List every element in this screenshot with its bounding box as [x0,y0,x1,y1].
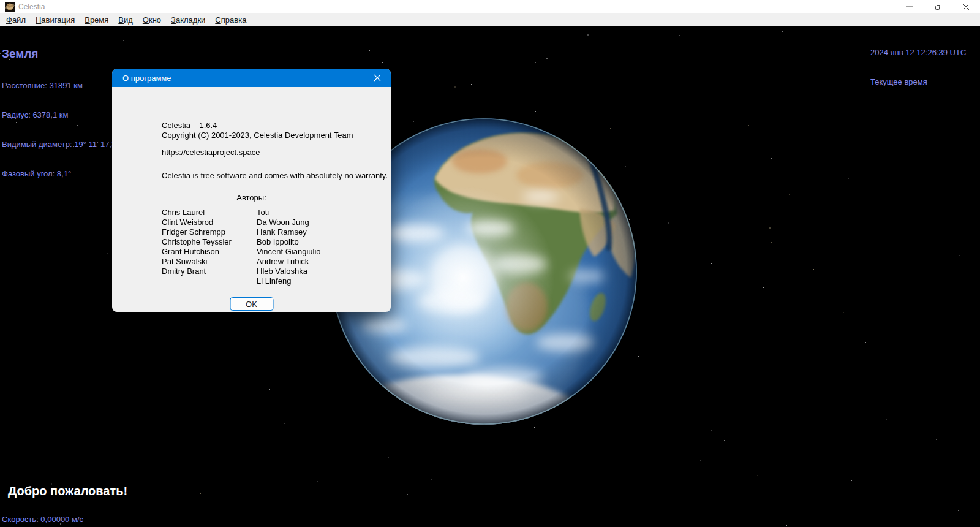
author-name: Toti [257,208,321,218]
speed-readout: Скорость: 0,00000 м/с [2,515,83,525]
menu-window[interactable]: Окно [138,14,166,26]
window-restore-icon [935,4,941,10]
ok-button[interactable]: OK [230,297,273,311]
time-mode: Текущее время [870,77,966,87]
author-name: Fridger Schrempp [162,227,257,237]
author-name: Grant Hutchison [162,247,257,257]
authors-label: Авторы: [112,193,391,203]
author-name: Vincent Giangiulio [257,247,321,257]
maximize-button[interactable] [924,0,952,13]
menu-help[interactable]: Справка [210,14,251,26]
author-name: Li Linfeng [257,276,321,286]
about-dialog-title: О программе [123,74,172,83]
about-dialog: О программе Celestia 1.6.4 Copyright (C)… [112,69,391,312]
author-name: Hank Ramsey [257,227,321,237]
authors-list: Chris Laurel Clint Weisbrod Fridger Schr… [162,208,321,286]
time-info: 2024 янв 12 12:26:39 UTC Текущее время [870,28,966,107]
close-x-icon [374,74,381,82]
author-name: Andrew Tribick [257,257,321,267]
selection-apparent-diameter: Видимый диаметр: 19° 11' 17,3" [2,140,119,150]
author-name: Chris Laurel [162,208,257,218]
author-name: Hleb Valoshka [257,267,321,276]
selection-info: Земля Расстояние: 31891 км Радиус: 6378,… [2,28,119,199]
authors-column-1: Chris Laurel Clint Weisbrod Fridger Schr… [162,208,257,286]
author-name: Clint Weisbrod [162,218,257,227]
project-url: https://celestiaproject.space [162,148,260,157]
menu-time[interactable]: Время [80,14,113,26]
about-dialog-body: Celestia 1.6.4 Copyright (C) 2001-2023, … [112,87,391,312]
selection-phase-angle: Фазовый угол: 8,1° [2,169,119,179]
menu-navigation[interactable]: Навигация [31,14,80,26]
menu-view[interactable]: Вид [113,14,138,26]
selection-radius: Радиус: 6378,1 км [2,110,119,120]
celestia-window: Celestia Файл Навигация Время Вид Окно З… [0,0,980,527]
current-datetime: 2024 янв 12 12:26:39 UTC [870,48,966,58]
copyright-line: Copyright (C) 2001-2023, Celestia Develo… [162,131,353,140]
app-version-line: Celestia 1.6.4 [162,121,353,131]
menu-file[interactable]: Файл [1,14,31,26]
close-button[interactable] [952,0,980,13]
window-controls [895,0,980,13]
selection-distance: Расстояние: 31891 км [2,81,119,91]
author-name: Dmitry Brant [162,267,257,276]
observer-info: Наблюдение Земля FOV: 30° 14' 28,0" (1,0… [887,508,980,527]
app-version-block: Celestia 1.6.4 Copyright (C) 2001-2023, … [162,121,353,140]
authors-column-2: Toti Da Woon Jung Hank Ramsey Bob Ippoli… [257,208,321,286]
author-name: Pat Suwalski [162,257,257,267]
os-titlebar[interactable]: Celestia [0,0,980,13]
selection-name: Земля [2,47,119,60]
author-name: Christophe Teyssier [162,237,257,247]
minimize-button[interactable] [895,0,924,13]
saturn-planet-icon [5,2,15,12]
menu-bookmarks[interactable]: Закладки [166,14,210,26]
render-viewport[interactable]: Земля Расстояние: 31891 км Радиус: 6378,… [0,26,980,527]
window-minimize-icon [907,4,913,10]
window-close-icon [963,4,969,10]
menubar: Файл Навигация Время Вид Окно Закладки С… [0,13,980,26]
about-dialog-close-button[interactable] [364,69,391,87]
author-name: Da Woon Jung [257,218,321,227]
author-name: Bob Ippolito [257,237,321,247]
about-dialog-titlebar[interactable]: О программе [112,69,391,87]
window-title: Celestia [18,2,45,11]
warranty-line: Celestia is free software and comes with… [162,171,388,181]
welcome-message: Добро пожаловать! [8,486,127,496]
